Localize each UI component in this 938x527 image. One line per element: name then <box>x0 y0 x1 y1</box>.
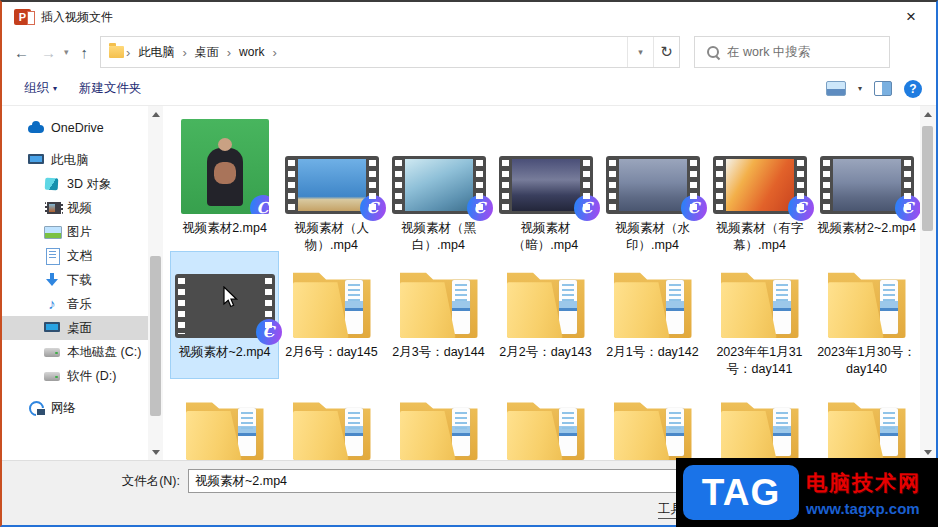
sidebar-item-local-disk-c[interactable]: 本地磁盘 (C:) <box>2 340 148 364</box>
scrollbar-thumb[interactable] <box>922 126 933 231</box>
sidebar-scrollbar[interactable] <box>148 106 163 460</box>
recent-locations-icon[interactable]: ▾ <box>64 47 69 57</box>
video-thumbnail <box>405 159 473 211</box>
file-item[interactable]: C视频素材（黑白）.mp4 <box>385 114 492 254</box>
file-item[interactable]: C视频素材2~2.mp4 <box>813 114 920 254</box>
sidebar-item-3d-objects[interactable]: 3D 对象 <box>2 172 148 196</box>
view-dropdown-icon[interactable]: ▾ <box>858 84 862 93</box>
disk-icon <box>44 368 60 384</box>
file-label: 2023年1月30号：day140 <box>816 344 917 378</box>
address-bar[interactable]: ›此电脑›桌面›work› ▾ ↻ <box>100 36 680 68</box>
file-label: 视频素材2~2.mp4 <box>817 220 916 237</box>
sidebar-item-network[interactable]: 网络 <box>2 396 148 420</box>
sidebar-item-music[interactable]: ♪音乐 <box>2 292 148 316</box>
folder-item[interactable] <box>171 396 278 460</box>
scroll-up-icon[interactable] <box>920 106 936 122</box>
folder-icon <box>614 270 692 338</box>
watermark-site-name: 电脑技术网 <box>806 469 921 497</box>
folder-icon <box>614 400 692 460</box>
sidebar-item-onedrive[interactable]: OneDrive <box>2 116 148 140</box>
folder-icon <box>721 400 799 460</box>
sidebar-item-documents[interactable]: 文档 <box>2 244 148 268</box>
command-bar: 组织▾ 新建文件夹 ▾ ? <box>2 72 936 106</box>
media-player-badge-icon: C <box>681 195 707 221</box>
search-box[interactable] <box>694 36 890 68</box>
folder-icon <box>507 400 585 460</box>
location-folder-icon <box>109 46 124 58</box>
disk-icon <box>44 344 60 360</box>
mouse-cursor-icon <box>223 286 241 310</box>
file-label: 2023年年1月31号：day141 <box>709 344 810 378</box>
filelist-scrollbar[interactable] <box>920 106 936 460</box>
folder-item[interactable] <box>599 396 706 460</box>
folder-icon <box>186 400 264 460</box>
breadcrumb-item[interactable]: 此电脑 <box>132 44 180 61</box>
download-icon <box>44 272 60 288</box>
folder-item[interactable]: 2月3号：day144 <box>385 252 492 378</box>
breadcrumb-item[interactable]: 桌面 <box>189 44 225 61</box>
file-item[interactable]: C视频素材（水印）.mp4 <box>599 114 706 254</box>
file-label: 2月6号：day145 <box>285 344 377 361</box>
file-row-partial <box>171 396 920 460</box>
sidebar-item-downloads[interactable]: 下载 <box>2 268 148 292</box>
folder-item[interactable] <box>492 396 599 460</box>
folder-item[interactable]: 2月2号：day143 <box>492 252 599 378</box>
scroll-down-icon[interactable] <box>148 444 163 460</box>
new-folder-button[interactable]: 新建文件夹 <box>79 80 142 97</box>
file-label: 视频素材（黑白）.mp4 <box>388 220 489 254</box>
sidebar-item-label: 视频 <box>67 200 92 217</box>
watermark: TAG 电脑技术网 www.tagxp.com <box>676 458 938 527</box>
breadcrumb-item[interactable]: work <box>233 45 270 59</box>
file-label: 视频素材（人物）.mp4 <box>281 220 382 254</box>
sidebar-item-label: 下载 <box>67 272 92 289</box>
address-dropdown-icon[interactable]: ▾ <box>627 37 653 67</box>
forward-icon[interactable]: → <box>41 44 56 61</box>
folder-item[interactable] <box>385 396 492 460</box>
sidebar-item-pictures[interactable]: 图片 <box>2 220 148 244</box>
sidebar-item-label: 网络 <box>51 400 76 417</box>
file-label: 视频素材（水印）.mp4 <box>602 220 703 254</box>
sidebar-item-this-pc[interactable]: 此电脑 <box>2 148 148 172</box>
folder-item[interactable]: 2023年年1月31号：day141 <box>706 252 813 378</box>
up-icon[interactable]: ↑ <box>81 44 89 61</box>
refresh-icon[interactable]: ↻ <box>653 37 679 67</box>
media-player-badge-icon: C <box>360 195 386 221</box>
dialog-footer: 文件名(N): 工具 TAG 电脑技术网 www.tagxp.com <box>2 460 936 525</box>
preview-pane-icon[interactable] <box>874 81 892 96</box>
title-bar: P 插入视频文件 × <box>2 2 936 32</box>
sidebar-item-desktop[interactable]: 桌面 <box>2 316 148 340</box>
cloud-icon <box>28 120 44 136</box>
folder-item[interactable] <box>706 396 813 460</box>
dialog-title: 插入视频文件 <box>41 9 113 26</box>
sidebar-item-software-d[interactable]: 软件 (D:) <box>2 364 148 388</box>
file-item[interactable]: C视频素材（有字幕）.mp4 <box>706 114 813 254</box>
sidebar-item-label: 音乐 <box>67 296 92 313</box>
filename-input[interactable] <box>188 469 678 493</box>
close-icon[interactable]: × <box>900 6 922 28</box>
sidebar-item-videos[interactable]: 视频 <box>2 196 148 220</box>
folder-icon <box>400 400 478 460</box>
scrollbar-thumb[interactable] <box>150 256 161 416</box>
folder-item[interactable]: 2023年1月30号：day140 <box>813 252 920 378</box>
sidebar-item-label: 文档 <box>67 248 92 265</box>
help-icon[interactable]: ? <box>904 80 922 98</box>
folder-item[interactable] <box>813 396 920 460</box>
filmstrip-icon: C <box>499 156 593 214</box>
folder-icon <box>828 270 906 338</box>
folder-item[interactable]: 2月6号：day145 <box>278 252 385 378</box>
file-item[interactable]: C视频素材~2.mp4 <box>171 252 278 378</box>
back-icon[interactable]: ← <box>14 44 29 61</box>
folder-item[interactable]: 2月1号：day142 <box>599 252 706 378</box>
organize-button[interactable]: 组织▾ <box>24 80 57 97</box>
file-label: 2月1号：day142 <box>606 344 698 361</box>
file-item[interactable]: C视频素材（人物）.mp4 <box>278 114 385 254</box>
desktop-icon <box>44 320 60 336</box>
media-player-badge-icon: C <box>895 195 921 221</box>
scroll-up-icon[interactable] <box>148 106 163 122</box>
thumbnail-view-icon[interactable] <box>826 81 846 96</box>
file-item[interactable]: C视频素材（暗）.mp4 <box>492 114 599 254</box>
file-item[interactable]: C视频素材2.mp4 <box>171 114 278 254</box>
search-input[interactable] <box>727 45 867 59</box>
filmstrip-icon: C <box>285 156 379 214</box>
folder-item[interactable] <box>278 396 385 460</box>
